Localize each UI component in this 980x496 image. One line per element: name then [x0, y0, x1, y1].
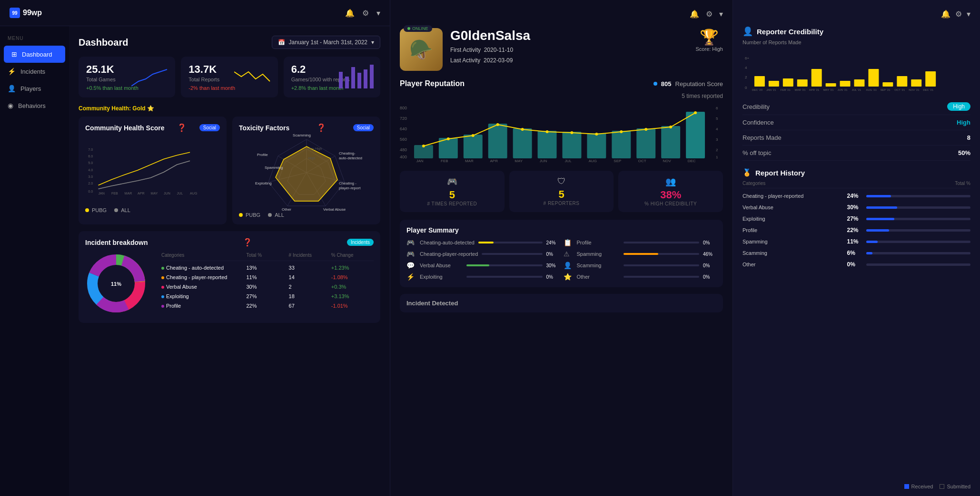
incident-layout: 11% Categories Total % # Incidents % Cha… [85, 253, 374, 316]
svg-text:OCT: OCT [638, 159, 646, 163]
online-badge: ONLINE [404, 25, 432, 32]
svg-point-75 [570, 131, 573, 134]
player-notification-icon[interactable]: 🔔 [690, 10, 699, 19]
svg-rect-109 [840, 81, 851, 87]
menu-icon[interactable]: ▾ [376, 9, 380, 18]
stat-card-ratio: 6.2 Games/1000 with reports +2.8% than l… [284, 57, 380, 97]
svg-text:JUN: JUN [540, 159, 547, 163]
svg-text:JUL: JUL [564, 159, 572, 163]
ir-cat-4: Profile [161, 303, 246, 309]
legend-all: ALL [114, 207, 130, 213]
svg-text:FEB: FEB [441, 159, 448, 163]
svg-text:JAN: JAN [99, 192, 105, 195]
svg-text:3.0: 3.0 [88, 175, 93, 178]
credibility-icon: 👥 [624, 176, 717, 187]
svg-text:MAR: MAR [465, 159, 474, 163]
svg-text:640: 640 [400, 126, 407, 131]
svg-point-76 [595, 133, 598, 136]
svg-text:6: 6 [716, 106, 718, 110]
svg-text:FEB '21: FEB '21 [781, 88, 791, 91]
rh-cat-6: Other [742, 262, 847, 267]
player-menu-icon[interactable]: ▾ [719, 10, 723, 19]
reporter-notification-icon[interactable]: 🔔 [941, 10, 950, 19]
svg-rect-63 [562, 132, 581, 158]
page-title: Dashboard [79, 37, 128, 48]
incident-row-2: Verbal Abuse 30% 2 +0.3% [161, 282, 374, 292]
legend-all-label: ALL [121, 207, 130, 213]
first-activity: 2020-11-10 [484, 47, 513, 53]
player-panel: 🔔 ⚙ ▾ 🪖 ONLINE G0ldenSalsa First Activit… [390, 0, 733, 496]
svg-text:Cheating -: Cheating - [339, 181, 356, 185]
svg-rect-104 [769, 81, 779, 87]
cred-value-2: 8 [967, 134, 970, 141]
sidebar-label-dashboard: Dashboard [22, 51, 52, 58]
player-settings-icon[interactable]: ⚙ [706, 10, 713, 19]
ps-icon-4: 💬 [406, 262, 416, 269]
times-reported: 5 times reported [400, 93, 723, 99]
bl-submitted: Submitted [940, 484, 970, 489]
svg-text:MAY: MAY [151, 192, 158, 195]
sidebar-item-players[interactable]: 👤 Players [0, 80, 69, 97]
svg-text:Very High: Very High [307, 147, 322, 151]
report-history-section: 🏅 Report History Categories Total % Chea… [742, 168, 970, 270]
svg-marker-31 [276, 146, 337, 201]
online-status: ONLINE [412, 26, 428, 31]
credibility-bar-chart: 0 2 4 6+ DEC '20 JAN '21 [742, 50, 970, 93]
stat-box-reporters: 🛡 5 # REPORTERS [509, 171, 614, 212]
ps-pct-6: 0% [546, 274, 560, 280]
community-health-chart: 0.0 2.0 3.0 4.0 5.0 6.0 7.0 JAN FEB MAR … [85, 137, 220, 204]
svg-text:AUG '21: AUG '21 [866, 88, 877, 91]
incident-table: Categories Total % # Incidents % Change … [161, 253, 374, 316]
rh-header-cat: Categories [742, 181, 765, 186]
dropdown-icon: ▾ [371, 39, 374, 46]
svg-rect-62 [538, 131, 557, 158]
settings-icon[interactable]: ⚙ [362, 9, 369, 18]
cred-label-0: Credibility [742, 103, 770, 110]
svg-text:NOV '21: NOV '21 [909, 88, 920, 91]
score-badge: 🏆 Score: High [696, 28, 723, 52]
received-box [904, 484, 909, 489]
svg-text:5.0: 5.0 [88, 161, 93, 165]
svg-text:Spamming: Spamming [265, 165, 283, 170]
ir-chg-3: +3.13% [331, 293, 374, 299]
svg-text:Verbal Abuse: Verbal Abuse [323, 207, 346, 212]
rh-bar-5 [866, 252, 971, 254]
svg-rect-107 [812, 69, 822, 87]
ps-item-2: 🎮 Cheating-player-reported 0% [406, 250, 560, 258]
rh-cat-0: Cheating - player-reported [742, 193, 847, 199]
rh-cat-2: Exploiting [742, 216, 847, 222]
ps-label-5: Scamming [577, 263, 620, 268]
reporter-menu-icon[interactable]: ▾ [967, 10, 970, 19]
incident-table-header: Categories Total % # Incidents % Change [161, 253, 374, 261]
date-filter[interactable]: 📅 January 1st - March 31st, 2022 ▾ [272, 36, 380, 49]
ih-chg: % Change [331, 253, 374, 258]
notification-icon[interactable]: 🔔 [345, 9, 355, 18]
ps-icon-6: ⚡ [406, 273, 416, 281]
right-panel: 🔔 ⚙ ▾ 🪖 ONLINE G0ldenSalsa First Activit… [390, 0, 980, 496]
svg-point-79 [669, 126, 672, 128]
sidebar-item-dashboard[interactable]: ⊞ Dashboard [4, 46, 65, 63]
rh-pct-3: 22% [847, 227, 862, 233]
svg-text:0: 0 [745, 86, 747, 90]
reporter-settings-icon[interactable]: ⚙ [955, 10, 962, 19]
svg-text:720: 720 [400, 116, 407, 121]
ps-bar-2 [482, 253, 542, 255]
svg-text:DEC '20: DEC '20 [752, 88, 763, 91]
rh-row-0: Cheating - player-reported 24% [742, 190, 970, 202]
ps-item-5: 👤 Scamming 0% [564, 262, 717, 269]
svg-text:2.0: 2.0 [88, 182, 93, 185]
rh-row-3: Profile 22% [742, 224, 970, 236]
ps-label-2: Cheating-player-reported [420, 251, 478, 257]
svg-text:player-report: player-report [339, 186, 361, 190]
reporter-credibility-title: 👤 Reporter Credibility [742, 26, 970, 37]
last-activity: 2022-03-09 [484, 57, 513, 64]
sidebar-item-behaviors[interactable]: ◉ Behaviors [0, 97, 69, 114]
bottom-legend: Received Submitted [904, 484, 970, 489]
rh-row-4: Spamming 11% [742, 236, 970, 247]
ir-cat-2: Verbal Abuse [161, 284, 246, 290]
sidebar-item-incidents[interactable]: ⚡ Incidents [0, 63, 69, 80]
cred-value-3: 50% [958, 149, 970, 156]
rep-dot [653, 82, 657, 86]
svg-point-70 [447, 137, 450, 140]
rh-bar-6 [866, 263, 971, 266]
